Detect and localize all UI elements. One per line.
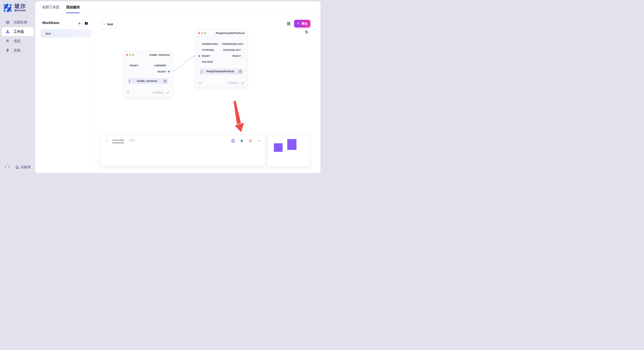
edit-label-icon[interactable] — [164, 80, 167, 82]
input-port-solvent[interactable] — [198, 61, 200, 63]
node-create-resource[interactable]: create_resource READY LABWARE READY — [124, 51, 172, 98]
console-panel: Console Task — [100, 135, 265, 166]
main-content: 全部工作流 我创建的 Workflows test — [35, 1, 320, 173]
dot-yellow — [129, 54, 131, 56]
building-icon — [15, 165, 19, 169]
workflow-list-item-test[interactable]: test — [40, 29, 91, 38]
brand-name-zh: 玻尔 — [14, 3, 26, 9]
sidebar-item-label: 工作流 — [14, 29, 24, 34]
port-label: FROMVESSELOUT — [222, 43, 244, 45]
workflow-tabs-bar: 全部工作流 我创建的 — [35, 1, 320, 14]
beautify-label: 美化 — [302, 22, 308, 26]
bohrium-logo-icon — [3, 3, 12, 12]
port-label: READY — [130, 64, 138, 67]
input-port-tovessel[interactable] — [198, 49, 200, 51]
active-tab-underline — [66, 12, 80, 13]
description-placeholder[interactable]: 添加描述... — [228, 81, 240, 85]
dot-yellow — [201, 32, 203, 34]
package-icon — [6, 20, 10, 24]
experiment-icon — [6, 48, 10, 52]
port-label: TOVESSELOUT — [223, 49, 241, 51]
node-header: create_resource — [124, 51, 172, 59]
port-label: FROMVESSEL — [202, 43, 218, 45]
input-port-ready[interactable] — [126, 64, 128, 66]
minimap-node-create-resource — [274, 143, 282, 152]
filter-icon — [304, 30, 309, 35]
collapse-console-icon[interactable] — [106, 140, 108, 142]
add-workflow-button[interactable] — [76, 20, 83, 26]
workflow-list-panel: Workflows test — [35, 13, 94, 173]
node-title: PumpTransferProtocol — [216, 32, 244, 35]
workspace-switcher[interactable]: 实验室 — [15, 165, 31, 170]
dot-green — [204, 32, 206, 34]
port-row: TOVESSEL TOVESSELOUT — [196, 47, 246, 53]
output-port-labware[interactable] — [168, 64, 170, 66]
node-footer: 添加描述... — [127, 91, 169, 94]
collapse-icon[interactable] — [257, 140, 261, 142]
edit-description-icon[interactable] — [166, 91, 169, 94]
console-header: Console Task — [100, 135, 265, 144]
info-icon[interactable] — [127, 91, 130, 94]
traffic-light-dots — [126, 54, 134, 56]
port-label: TOVESSEL — [202, 49, 215, 51]
brand-logo[interactable]: 玻尔 Bohrium — [3, 3, 26, 12]
edit-label-icon[interactable] — [239, 70, 242, 73]
input-port-fromvessel[interactable] — [198, 43, 200, 45]
run-icon[interactable] — [240, 139, 244, 143]
port-row: READY LABWARE — [124, 62, 172, 68]
breadcrumb-label: test — [107, 22, 113, 26]
node-ports: FROMVESSEL FROMVESSELOUT TOVESSEL TOVESS… — [196, 37, 246, 65]
output-port-ready[interactable] — [242, 55, 244, 57]
command-icon — [287, 21, 291, 26]
node-label-bar[interactable]: PumpTransferProtocol — [199, 68, 244, 74]
sidebar: 玻尔 Bohrium 仪器耗材 工作流 — [0, 0, 35, 175]
breadcrumb[interactable]: test — [100, 20, 117, 28]
node-label: PumpTransferProtocol — [202, 70, 239, 73]
info-icon[interactable] — [199, 82, 202, 84]
minimap-node-pump — [287, 139, 296, 150]
dot-red — [126, 54, 128, 56]
filter-button[interactable] — [304, 30, 309, 35]
sidebar-item-instruments[interactable]: 仪器耗材 — [2, 18, 34, 27]
workflow-canvas[interactable]: test 美化 — [94, 13, 320, 173]
folder-download-icon — [84, 22, 88, 25]
input-port-ready-connected[interactable] — [198, 55, 200, 57]
node-footer: 添加描述... — [199, 81, 244, 85]
user-avatar[interactable] — [5, 165, 10, 170]
node-ports: READY LABWARE READY — [124, 59, 172, 75]
port-label: READY — [232, 55, 241, 57]
minimap[interactable] — [267, 135, 310, 167]
output-port-tovesselout[interactable] — [242, 49, 244, 51]
output-port-fromvesselout[interactable] — [245, 43, 247, 45]
sidebar-item-experiments[interactable]: 实验 — [2, 46, 34, 55]
sidebar-nav: 仪器耗材 工作流 成员 — [0, 17, 35, 55]
brand-name-en: Bohrium — [14, 9, 26, 12]
import-workflow-button[interactable] — [83, 20, 90, 26]
sidebar-item-label: 实验 — [14, 48, 20, 53]
save-icon[interactable] — [231, 139, 235, 143]
node-label: Create_resource — [130, 80, 164, 82]
node-pump-transfer-protocol[interactable]: PumpTransferProtocol FROMVESSEL FROMVESS… — [196, 29, 247, 88]
tab-created-by-me[interactable]: 我创建的 — [66, 1, 80, 13]
traffic-light-dots — [198, 32, 206, 34]
chevron-right-icon — [103, 23, 106, 25]
pause-icon[interactable] — [249, 139, 252, 143]
edit-description-icon[interactable] — [241, 82, 244, 84]
description-placeholder[interactable]: 添加描述... — [153, 91, 165, 94]
tab-console[interactable]: Console — [112, 138, 124, 143]
sidebar-item-workflow[interactable]: 工作流 — [2, 27, 34, 36]
tab-task[interactable]: Task — [129, 138, 135, 143]
output-port-ready-connected[interactable] — [168, 71, 170, 72]
members-icon — [6, 39, 10, 43]
port-row: FROMVESSEL FROMVESSELOUT — [196, 41, 246, 47]
node-title: create_resource — [149, 53, 170, 56]
sidebar-item-members[interactable]: 成员 — [2, 37, 34, 45]
workflow-panel-title: Workflows — [42, 21, 60, 25]
port-row: READY READY — [196, 53, 246, 59]
sidebar-item-label: 成员 — [14, 39, 20, 43]
tab-all-workflows[interactable]: 全部工作流 — [42, 1, 59, 13]
beautify-button[interactable]: 美化 — [294, 20, 310, 27]
layout-button[interactable] — [286, 21, 291, 26]
port-row: READY — [124, 68, 172, 75]
node-label-bar[interactable]: Create_resource — [127, 78, 168, 84]
